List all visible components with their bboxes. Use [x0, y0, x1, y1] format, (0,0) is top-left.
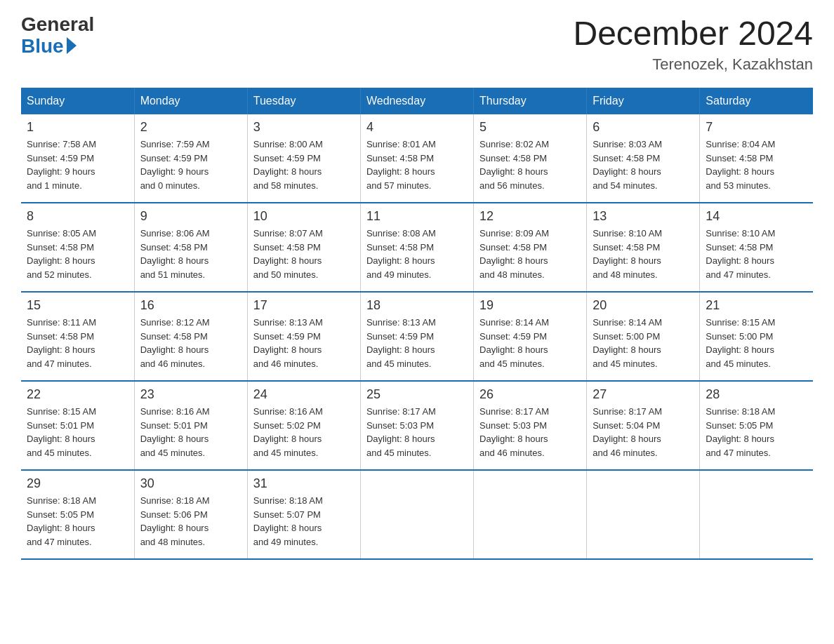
day-cell: 16Sunrise: 8:12 AMSunset: 4:58 PMDayligh…: [134, 292, 247, 381]
logo-general: General: [21, 14, 94, 36]
day-cell: 12Sunrise: 8:09 AMSunset: 4:58 PMDayligh…: [474, 203, 587, 292]
column-header-thursday: Thursday: [474, 88, 587, 114]
day-number: 20: [593, 298, 694, 313]
day-cell: 7Sunrise: 8:04 AMSunset: 4:58 PMDaylight…: [700, 114, 813, 203]
day-number: 22: [27, 387, 128, 402]
day-info: Sunrise: 8:04 AMSunset: 4:58 PMDaylight:…: [706, 137, 807, 192]
day-cell: 27Sunrise: 8:17 AMSunset: 5:04 PMDayligh…: [587, 381, 700, 470]
day-number: 30: [140, 476, 241, 491]
day-info: Sunrise: 8:08 AMSunset: 4:58 PMDaylight:…: [366, 227, 468, 281]
logo-arrow-icon: [67, 37, 77, 54]
week-row: 1Sunrise: 7:58 AMSunset: 4:59 PMDaylight…: [21, 114, 813, 203]
day-number: 24: [253, 387, 355, 402]
day-cell: 29Sunrise: 8:18 AMSunset: 5:05 PMDayligh…: [21, 470, 134, 559]
day-info: Sunrise: 8:05 AMSunset: 4:58 PMDaylight:…: [27, 227, 128, 281]
day-cell: 31Sunrise: 8:18 AMSunset: 5:07 PMDayligh…: [247, 470, 360, 559]
week-row: 8Sunrise: 8:05 AMSunset: 4:58 PMDaylight…: [21, 203, 813, 292]
day-cell: 10Sunrise: 8:07 AMSunset: 4:58 PMDayligh…: [247, 203, 360, 292]
day-info: Sunrise: 8:06 AMSunset: 4:58 PMDaylight:…: [140, 227, 241, 281]
day-cell: 15Sunrise: 8:11 AMSunset: 4:58 PMDayligh…: [21, 292, 134, 381]
day-number: 6: [593, 120, 694, 135]
day-cell: 19Sunrise: 8:14 AMSunset: 4:59 PMDayligh…: [474, 292, 587, 381]
day-info: Sunrise: 8:02 AMSunset: 4:58 PMDaylight:…: [479, 137, 581, 192]
day-info: Sunrise: 8:17 AMSunset: 5:03 PMDaylight:…: [479, 405, 581, 459]
day-cell: 17Sunrise: 8:13 AMSunset: 4:59 PMDayligh…: [247, 292, 360, 381]
day-number: 29: [27, 476, 128, 491]
day-number: 1: [27, 120, 128, 135]
day-cell: 22Sunrise: 8:15 AMSunset: 5:01 PMDayligh…: [21, 381, 134, 470]
day-info: Sunrise: 8:16 AMSunset: 5:01 PMDaylight:…: [140, 405, 241, 459]
column-header-monday: Monday: [134, 88, 247, 114]
day-info: Sunrise: 8:15 AMSunset: 5:00 PMDaylight:…: [706, 316, 807, 370]
day-number: 18: [366, 298, 468, 313]
day-number: 28: [706, 387, 807, 402]
column-header-friday: Friday: [587, 88, 700, 114]
day-cell: 8Sunrise: 8:05 AMSunset: 4:58 PMDaylight…: [21, 203, 134, 292]
day-number: 9: [140, 209, 241, 224]
column-header-saturday: Saturday: [700, 88, 813, 114]
day-number: 13: [593, 209, 694, 224]
day-info: Sunrise: 8:17 AMSunset: 5:04 PMDaylight:…: [593, 405, 694, 459]
logo: General Blue: [21, 14, 94, 58]
day-number: 27: [593, 387, 694, 402]
day-cell: 3Sunrise: 8:00 AMSunset: 4:59 PMDaylight…: [247, 114, 360, 203]
location: Terenozek, Kazakhstan: [573, 55, 813, 74]
column-header-tuesday: Tuesday: [247, 88, 360, 114]
day-cell: [360, 470, 473, 559]
day-info: Sunrise: 8:11 AMSunset: 4:58 PMDaylight:…: [27, 316, 128, 370]
day-cell: 25Sunrise: 8:17 AMSunset: 5:03 PMDayligh…: [360, 381, 473, 470]
day-cell: 30Sunrise: 8:18 AMSunset: 5:06 PMDayligh…: [134, 470, 247, 559]
day-info: Sunrise: 8:07 AMSunset: 4:58 PMDaylight:…: [253, 227, 355, 281]
day-info: Sunrise: 8:18 AMSunset: 5:05 PMDaylight:…: [706, 405, 807, 459]
day-number: 31: [253, 476, 355, 491]
day-cell: 2Sunrise: 7:59 AMSunset: 4:59 PMDaylight…: [134, 114, 247, 203]
day-cell: 18Sunrise: 8:13 AMSunset: 4:59 PMDayligh…: [360, 292, 473, 381]
day-cell: 28Sunrise: 8:18 AMSunset: 5:05 PMDayligh…: [700, 381, 813, 470]
day-cell: [587, 470, 700, 559]
day-cell: 26Sunrise: 8:17 AMSunset: 5:03 PMDayligh…: [474, 381, 587, 470]
day-number: 3: [253, 120, 355, 135]
day-number: 15: [27, 298, 128, 313]
logo-blue: Blue: [21, 36, 94, 58]
day-info: Sunrise: 8:01 AMSunset: 4:58 PMDaylight:…: [366, 137, 468, 192]
day-number: 11: [366, 209, 468, 224]
day-info: Sunrise: 8:10 AMSunset: 4:58 PMDaylight:…: [706, 227, 807, 281]
week-row: 29Sunrise: 8:18 AMSunset: 5:05 PMDayligh…: [21, 470, 813, 559]
day-cell: 5Sunrise: 8:02 AMSunset: 4:58 PMDaylight…: [474, 114, 587, 203]
page-header: General Blue December 2024 Terenozek, Ka…: [21, 14, 813, 74]
day-number: 10: [253, 209, 355, 224]
day-info: Sunrise: 8:10 AMSunset: 4:58 PMDaylight:…: [593, 227, 694, 281]
day-number: 19: [479, 298, 581, 313]
day-info: Sunrise: 7:58 AMSunset: 4:59 PMDaylight:…: [27, 137, 128, 192]
day-info: Sunrise: 8:13 AMSunset: 4:59 PMDaylight:…: [253, 316, 355, 370]
day-info: Sunrise: 8:15 AMSunset: 5:01 PMDaylight:…: [27, 405, 128, 459]
day-number: 26: [479, 387, 581, 402]
day-info: Sunrise: 8:18 AMSunset: 5:06 PMDaylight:…: [140, 494, 241, 549]
column-header-sunday: Sunday: [21, 88, 134, 114]
day-number: 12: [479, 209, 581, 224]
day-info: Sunrise: 8:00 AMSunset: 4:59 PMDaylight:…: [253, 137, 355, 192]
day-info: Sunrise: 8:18 AMSunset: 5:07 PMDaylight:…: [253, 494, 355, 549]
day-number: 25: [366, 387, 468, 402]
day-number: 14: [706, 209, 807, 224]
day-cell: [700, 470, 813, 559]
day-number: 8: [27, 209, 128, 224]
day-cell: 14Sunrise: 8:10 AMSunset: 4:58 PMDayligh…: [700, 203, 813, 292]
calendar-header-row: SundayMondayTuesdayWednesdayThursdayFrid…: [21, 88, 813, 114]
day-cell: 6Sunrise: 8:03 AMSunset: 4:58 PMDaylight…: [587, 114, 700, 203]
day-cell: 13Sunrise: 8:10 AMSunset: 4:58 PMDayligh…: [587, 203, 700, 292]
day-info: Sunrise: 8:14 AMSunset: 4:59 PMDaylight:…: [479, 316, 581, 370]
day-cell: 4Sunrise: 8:01 AMSunset: 4:58 PMDaylight…: [360, 114, 473, 203]
day-info: Sunrise: 8:09 AMSunset: 4:58 PMDaylight:…: [479, 227, 581, 281]
day-cell: 9Sunrise: 8:06 AMSunset: 4:58 PMDaylight…: [134, 203, 247, 292]
day-number: 23: [140, 387, 241, 402]
day-info: Sunrise: 8:03 AMSunset: 4:58 PMDaylight:…: [593, 137, 694, 192]
day-cell: 24Sunrise: 8:16 AMSunset: 5:02 PMDayligh…: [247, 381, 360, 470]
day-cell: [474, 470, 587, 559]
day-cell: 11Sunrise: 8:08 AMSunset: 4:58 PMDayligh…: [360, 203, 473, 292]
day-info: Sunrise: 8:13 AMSunset: 4:59 PMDaylight:…: [366, 316, 468, 370]
day-info: Sunrise: 7:59 AMSunset: 4:59 PMDaylight:…: [140, 137, 241, 192]
day-number: 16: [140, 298, 241, 313]
day-info: Sunrise: 8:18 AMSunset: 5:05 PMDaylight:…: [27, 494, 128, 549]
day-cell: 21Sunrise: 8:15 AMSunset: 5:00 PMDayligh…: [700, 292, 813, 381]
